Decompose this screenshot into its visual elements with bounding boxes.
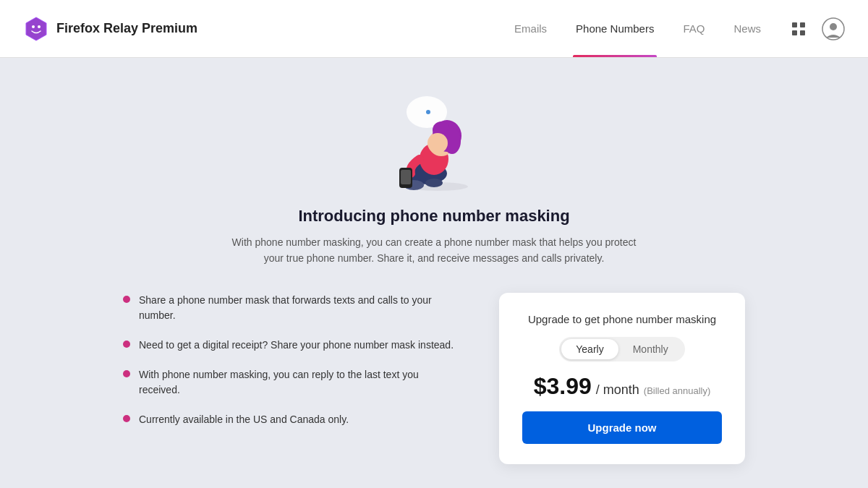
yearly-toggle-button[interactable]: Yearly bbox=[561, 339, 618, 359]
upgrade-card-title: Upgrade to get phone number masking bbox=[528, 313, 716, 325]
list-item: Share a phone number mask that forwards … bbox=[123, 293, 456, 323]
price-period: / month bbox=[596, 382, 639, 398]
list-item: Currently available in the US and Canada… bbox=[123, 412, 456, 427]
upgrade-now-button[interactable]: Upgrade now bbox=[522, 411, 722, 444]
logo-text: Firefox Relay Premium bbox=[56, 21, 197, 36]
main-heading: Introducing phone number masking bbox=[298, 207, 569, 226]
svg-rect-20 bbox=[401, 170, 411, 184]
monthly-toggle-button[interactable]: Monthly bbox=[618, 339, 683, 359]
svg-marker-0 bbox=[26, 17, 46, 40]
price-amount: $3.99 bbox=[534, 373, 592, 400]
svg-point-2 bbox=[32, 25, 35, 28]
nav-faq[interactable]: FAQ bbox=[680, 0, 707, 57]
list-item: With phone number masking, you can reply… bbox=[123, 367, 456, 398]
bullet-icon bbox=[123, 296, 130, 303]
svg-point-3 bbox=[38, 25, 41, 28]
hero-illustration bbox=[362, 80, 506, 195]
nav-icons bbox=[787, 17, 845, 40]
logo[interactable]: Firefox Relay Premium bbox=[23, 16, 197, 42]
main-nav: Emails Phone Numbers FAQ News bbox=[511, 0, 845, 57]
main-content: Introducing phone number masking With ph… bbox=[0, 58, 868, 464]
svg-point-9 bbox=[830, 23, 837, 30]
main-subheading: With phone number masking, you can creat… bbox=[224, 234, 644, 267]
nav-news[interactable]: News bbox=[731, 0, 764, 57]
bullet-icon bbox=[123, 415, 130, 422]
nav-phone-numbers[interactable]: Phone Numbers bbox=[573, 0, 657, 57]
bullet-icon bbox=[123, 370, 130, 377]
firefox-relay-logo-icon bbox=[23, 16, 49, 42]
svg-rect-4 bbox=[792, 22, 797, 27]
price-billing-note: (Billed annually) bbox=[644, 385, 711, 396]
grid-icon[interactable] bbox=[787, 17, 810, 40]
svg-rect-5 bbox=[800, 22, 805, 27]
user-account-icon[interactable] bbox=[822, 17, 845, 40]
nav-emails[interactable]: Emails bbox=[511, 0, 550, 57]
features-list: Share a phone number mask that forwards … bbox=[123, 293, 456, 427]
price-display: $3.99 / month (Billed annually) bbox=[534, 373, 711, 400]
svg-rect-6 bbox=[792, 30, 797, 35]
billing-toggle: Yearly Monthly bbox=[559, 337, 684, 361]
two-column-section: Share a phone number mask that forwards … bbox=[123, 293, 745, 464]
bullet-icon bbox=[123, 341, 130, 348]
list-item: Need to get a digital receipt? Share you… bbox=[123, 338, 456, 353]
svg-point-17 bbox=[425, 179, 443, 187]
svg-point-25 bbox=[427, 133, 448, 153]
svg-point-11 bbox=[426, 110, 430, 114]
svg-rect-7 bbox=[800, 30, 805, 35]
upgrade-card: Upgrade to get phone number masking Year… bbox=[499, 293, 745, 464]
header: Firefox Relay Premium Emails Phone Numbe… bbox=[0, 0, 868, 58]
